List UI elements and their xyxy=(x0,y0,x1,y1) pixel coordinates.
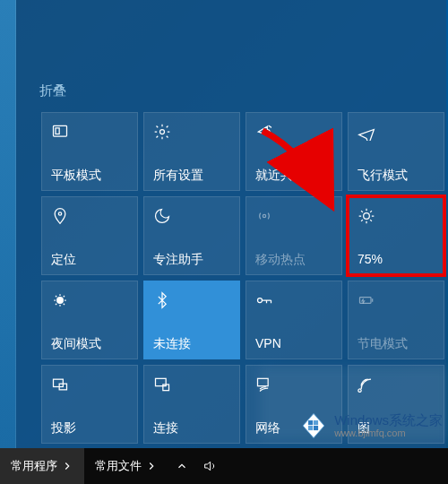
tile-label: 定位 xyxy=(51,252,128,267)
watermark: Windows系统之家 www.bjlmfq.com xyxy=(298,411,443,441)
taskbar-item-label: 常用程序 xyxy=(11,458,57,474)
connect-icon xyxy=(153,375,230,394)
battery-icon xyxy=(358,290,435,310)
tablet-icon xyxy=(51,122,128,142)
tile-label: 节电模式 xyxy=(358,336,435,351)
nightlight-icon xyxy=(51,290,128,310)
tile-nearby-share[interactable]: 就近共享 xyxy=(246,112,342,191)
tile-label: 专注助手 xyxy=(153,252,230,267)
airplane-icon xyxy=(358,122,435,142)
tile-bluetooth[interactable]: 未连接 xyxy=(143,281,240,359)
hotspot-icon xyxy=(255,206,332,226)
svg-point-2 xyxy=(160,130,165,134)
tile-label: 投影 xyxy=(51,420,128,436)
taskbar: 常用程序 常用文件 xyxy=(0,448,448,484)
tray-overflow[interactable] xyxy=(168,448,195,484)
svg-point-4 xyxy=(263,214,265,217)
volume-icon xyxy=(202,459,217,473)
tile-label: 飞行模式 xyxy=(358,168,435,183)
tile-tablet-mode[interactable]: 平板模式 xyxy=(41,112,138,191)
svg-rect-14 xyxy=(308,420,313,425)
taskbar-item-label: 常用文件 xyxy=(95,458,142,474)
svg-rect-1 xyxy=(56,128,59,134)
tile-night-light[interactable]: 夜间模式 xyxy=(41,281,138,359)
location-icon xyxy=(51,206,128,226)
svg-point-7 xyxy=(258,298,263,303)
tile-project[interactable]: 投影 xyxy=(41,365,138,444)
tile-label: 夜间模式 xyxy=(51,336,128,351)
tile-brightness[interactable]: 75% xyxy=(348,196,444,275)
taskbar-item-programs[interactable]: 常用程序 xyxy=(0,448,84,484)
share-icon xyxy=(255,122,332,142)
desktop-edge xyxy=(0,0,16,448)
tile-label: 平板模式 xyxy=(51,168,128,183)
tray-volume[interactable] xyxy=(195,448,224,484)
tile-mobile-hotspot[interactable]: 移动热点 xyxy=(246,196,342,275)
tile-location[interactable]: 定位 xyxy=(41,196,138,275)
sun-icon xyxy=(358,206,435,226)
tile-vpn[interactable]: VPN xyxy=(246,281,342,359)
collapse-link[interactable]: 折叠 xyxy=(39,82,66,99)
tile-label: 未连接 xyxy=(153,336,230,351)
gear-icon xyxy=(153,122,230,142)
chevron-right-icon xyxy=(145,460,158,472)
chevron-up-icon xyxy=(176,460,188,472)
vpn-icon xyxy=(255,290,332,310)
tile-battery-saver[interactable]: 节电模式 xyxy=(348,281,444,359)
svg-point-6 xyxy=(57,298,64,304)
svg-rect-17 xyxy=(314,426,318,430)
moon-icon xyxy=(153,206,230,226)
tile-label: 就近共享 xyxy=(255,168,332,183)
tile-all-settings[interactable]: 所有设置 xyxy=(143,112,240,191)
watermark-subtitle: www.bjlmfq.com xyxy=(334,428,443,438)
tile-label: VPN xyxy=(255,336,332,351)
tile-label: 连接 xyxy=(153,420,230,436)
svg-rect-15 xyxy=(314,420,318,425)
tile-label: 75% xyxy=(358,252,435,267)
windows-logo-icon xyxy=(298,411,329,441)
tile-airplane-mode[interactable]: 飞行模式 xyxy=(348,112,444,191)
project-icon xyxy=(51,375,128,394)
svg-point-3 xyxy=(58,212,61,215)
svg-rect-16 xyxy=(308,426,313,430)
svg-rect-8 xyxy=(360,298,372,304)
tile-focus-assist[interactable]: 专注助手 xyxy=(143,196,240,275)
tile-connect[interactable]: 连接 xyxy=(143,365,240,444)
watermark-title: Windows系统之家 xyxy=(334,413,443,428)
taskbar-item-files[interactable]: 常用文件 xyxy=(84,448,168,484)
tile-label: 所有设置 xyxy=(153,168,230,183)
chevron-right-icon xyxy=(61,460,73,472)
svg-rect-9 xyxy=(54,379,64,386)
bluetooth-icon xyxy=(153,290,230,310)
tile-label: 移动热点 xyxy=(255,252,332,267)
svg-point-5 xyxy=(364,213,370,220)
